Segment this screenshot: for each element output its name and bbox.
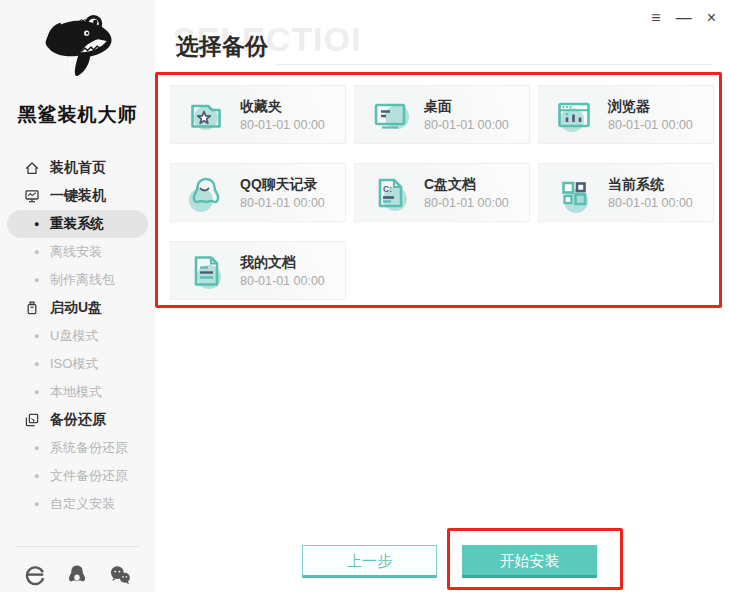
backup-card-title: 我的文档 (240, 254, 325, 271)
start-install-button[interactable]: 开始安装 (462, 545, 597, 578)
wechat-icon[interactable] (108, 563, 132, 587)
backup-card-my-documents[interactable]: 我的文档 80-01-01 00:00 (170, 241, 346, 300)
backup-restore-icon (24, 412, 40, 428)
sidebar-item-label: 装机首页 (50, 159, 106, 177)
backup-card-date: 80-01-01 00:00 (424, 196, 509, 210)
main-panel: ≡ — × SELECTIOI 选择备份 收藏夹 80-01-01 00:00 (155, 0, 729, 592)
window-menu-icon[interactable]: ≡ (651, 8, 660, 28)
backup-card-title: 当前系统 (608, 176, 693, 193)
sidebar-item-boot-usb[interactable]: 启动U盘 (0, 294, 155, 322)
sidebar-item-label: 系统备份还原 (50, 439, 128, 457)
sidebar-item-offline-install[interactable]: ● 离线安装 (0, 238, 155, 266)
sidebar-item-label: 文件备份还原 (50, 467, 128, 485)
backup-card-c-drive-docs[interactable]: C: C盘文档 80-01-01 00:00 (354, 163, 530, 222)
current-system-icon (552, 171, 596, 215)
sidebar-item-onekey-install[interactable]: 一键装机 (0, 182, 155, 210)
backup-card-date: 80-01-01 00:00 (240, 274, 325, 288)
qq-icon[interactable] (65, 563, 89, 587)
sidebar-footer-divider (16, 546, 139, 547)
backup-cards-grid: 收藏夹 80-01-01 00:00 桌面 80-01-01 00:00 (170, 85, 714, 300)
sidebar-item-backup-restore[interactable]: 备份还原 (0, 406, 155, 434)
backup-card-browser[interactable]: 浏览器 80-01-01 00:00 (538, 85, 714, 144)
sidebar-item-home[interactable]: 装机首页 (0, 154, 155, 182)
sidebar-item-reinstall-system[interactable]: ● 重装系统 (7, 210, 148, 238)
window-minimize-icon[interactable]: — (676, 8, 692, 28)
backup-card-title: C盘文档 (424, 176, 509, 193)
backup-card-qq-chat[interactable]: QQ聊天记录 80-01-01 00:00 (170, 163, 346, 222)
backup-card-title: QQ聊天记录 (240, 176, 325, 193)
previous-step-button[interactable]: 上一步 (302, 545, 437, 578)
bullet-icon: ● (34, 387, 39, 397)
bullet-icon: ● (34, 359, 39, 369)
backup-card-date: 80-01-01 00:00 (608, 118, 693, 132)
sidebar-item-make-offline-pack[interactable]: ● 制作离线包 (0, 266, 155, 294)
sidebar-item-label: 重装系统 (50, 215, 104, 233)
bullet-icon: ● (34, 443, 39, 453)
app-logo: 黑鲨装机大师 (0, 0, 155, 128)
window-controls: ≡ — × (651, 8, 716, 28)
backup-card-title: 收藏夹 (240, 98, 325, 115)
sidebar: 黑鲨装机大师 装机首页 一键装机 ● 重装系统 ● 离线安装 (0, 0, 155, 592)
sidebar-item-usb-mode[interactable]: ● U盘模式 (0, 322, 155, 350)
sidebar-item-label: 制作离线包 (50, 271, 115, 289)
sidebar-item-label: 自定义安装 (50, 495, 115, 513)
backup-card-desktop[interactable]: 桌面 80-01-01 00:00 (354, 85, 530, 144)
bullet-icon: ● (34, 247, 39, 257)
sidebar-item-file-backup-restore[interactable]: ● 文件备份还原 (0, 462, 155, 490)
backup-card-date: 80-01-01 00:00 (240, 118, 325, 132)
ie-browser-icon[interactable] (23, 563, 47, 587)
sidebar-item-local-mode[interactable]: ● 本地模式 (0, 378, 155, 406)
sidebar-item-label: 备份还原 (50, 411, 106, 429)
backup-card-favorites[interactable]: 收藏夹 80-01-01 00:00 (170, 85, 346, 144)
sidebar-item-label: ISO模式 (50, 355, 98, 373)
sidebar-item-label: U盘模式 (50, 327, 98, 345)
bullet-icon: ● (34, 331, 39, 341)
qq-chat-icon (184, 171, 228, 215)
sidebar-item-label: 启动U盘 (50, 299, 102, 317)
usb-drive-icon (24, 300, 40, 316)
backup-card-date: 80-01-01 00:00 (424, 118, 509, 132)
sidebar-item-label: 本地模式 (50, 383, 102, 401)
bullet-icon: ● (34, 275, 39, 285)
backup-card-date: 80-01-01 00:00 (608, 196, 693, 210)
sidebar-item-custom-install[interactable]: ● 自定义安装 (0, 490, 155, 518)
home-icon (24, 160, 40, 176)
sidebar-item-label: 离线安装 (50, 243, 102, 261)
sidebar-footer (0, 563, 155, 587)
title-divider (275, 64, 713, 65)
backup-card-title: 浏览器 (608, 98, 693, 115)
backup-card-date: 80-01-01 00:00 (240, 196, 325, 210)
bullet-icon: ● (34, 219, 39, 229)
browser-icon (552, 93, 596, 137)
app-window: 黑鲨装机大师 装机首页 一键装机 ● 重装系统 ● 离线安装 (0, 0, 729, 592)
window-close-icon[interactable]: × (707, 8, 716, 28)
svg-text:C:: C: (383, 184, 392, 194)
sidebar-item-system-backup-restore[interactable]: ● 系统备份还原 (0, 434, 155, 462)
backup-card-current-system[interactable]: 当前系统 80-01-01 00:00 (538, 163, 714, 222)
backup-card-title: 桌面 (424, 98, 509, 115)
favorites-folder-icon (184, 93, 228, 137)
sidebar-menu: 装机首页 一键装机 ● 重装系统 ● 离线安装 ● 制作离线包 (0, 154, 155, 518)
desktop-icon (368, 93, 412, 137)
page-title: 选择备份 (176, 31, 268, 62)
my-documents-icon (184, 249, 228, 293)
sidebar-item-iso-mode[interactable]: ● ISO模式 (0, 350, 155, 378)
monitor-chart-icon (24, 188, 40, 204)
brand-name: 黑鲨装机大师 (0, 102, 155, 128)
shark-logo-icon (26, 6, 130, 102)
bullet-icon: ● (34, 499, 39, 509)
bullet-icon: ● (34, 471, 39, 481)
c-drive-doc-icon: C: (368, 171, 412, 215)
sidebar-item-label: 一键装机 (50, 187, 106, 205)
